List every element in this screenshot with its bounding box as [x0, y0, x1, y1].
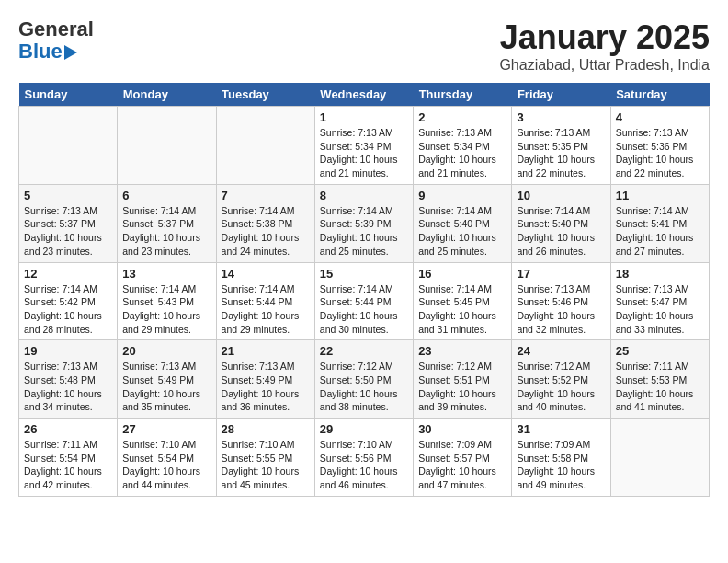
- day-number: 24: [517, 344, 605, 358]
- calendar-cell: 1Sunrise: 7:13 AM Sunset: 5:34 PM Daylig…: [314, 107, 413, 185]
- day-number: 4: [616, 110, 704, 124]
- day-number: 23: [418, 344, 506, 358]
- day-info: Sunrise: 7:12 AM Sunset: 5:51 PM Dayligh…: [418, 360, 506, 414]
- calendar-cell: 2Sunrise: 7:13 AM Sunset: 5:34 PM Daylig…: [414, 107, 512, 185]
- day-number: 27: [122, 422, 210, 436]
- calendar-cell: 5Sunrise: 7:13 AM Sunset: 5:37 PM Daylig…: [19, 184, 118, 262]
- day-number: 16: [418, 267, 506, 281]
- day-number: 28: [222, 422, 310, 436]
- calendar-cell: 7Sunrise: 7:14 AM Sunset: 5:38 PM Daylig…: [216, 184, 314, 262]
- logo: General Blue: [18, 18, 94, 63]
- day-info: Sunrise: 7:10 AM Sunset: 5:56 PM Dayligh…: [320, 438, 408, 492]
- calendar-cell: 23Sunrise: 7:12 AM Sunset: 5:51 PM Dayli…: [414, 340, 512, 419]
- day-number: 10: [517, 189, 605, 202]
- calendar-cell: 8Sunrise: 7:14 AM Sunset: 5:39 PM Daylig…: [314, 184, 413, 262]
- day-info: Sunrise: 7:13 AM Sunset: 5:35 PM Dayligh…: [517, 126, 605, 180]
- day-info: Sunrise: 7:11 AM Sunset: 5:53 PM Dayligh…: [616, 360, 704, 414]
- calendar-cell: 3Sunrise: 7:13 AM Sunset: 5:35 PM Daylig…: [512, 107, 610, 185]
- calendar-cell: 22Sunrise: 7:12 AM Sunset: 5:50 PM Dayli…: [314, 340, 413, 419]
- calendar-cell: 25Sunrise: 7:11 AM Sunset: 5:53 PM Dayli…: [610, 340, 709, 419]
- weekday-header-sunday: Sunday: [19, 83, 118, 107]
- day-info: Sunrise: 7:13 AM Sunset: 5:37 PM Dayligh…: [24, 204, 112, 259]
- calendar-cell: 14Sunrise: 7:14 AM Sunset: 5:44 PM Dayli…: [216, 262, 314, 340]
- calendar-week-row: 19Sunrise: 7:13 AM Sunset: 5:48 PM Dayli…: [19, 340, 710, 419]
- calendar-cell: 4Sunrise: 7:13 AM Sunset: 5:36 PM Daylig…: [610, 107, 709, 185]
- day-number: 17: [517, 267, 605, 281]
- calendar-cell: 6Sunrise: 7:14 AM Sunset: 5:37 PM Daylig…: [118, 184, 216, 262]
- day-info: Sunrise: 7:14 AM Sunset: 5:42 PM Dayligh…: [24, 282, 112, 337]
- day-info: Sunrise: 7:13 AM Sunset: 5:49 PM Dayligh…: [222, 360, 310, 414]
- day-number: 11: [616, 189, 704, 202]
- calendar-cell: 24Sunrise: 7:12 AM Sunset: 5:52 PM Dayli…: [512, 340, 610, 419]
- day-number: 19: [24, 344, 112, 358]
- calendar-cell: 16Sunrise: 7:14 AM Sunset: 5:45 PM Dayli…: [414, 262, 512, 340]
- day-number: 14: [222, 267, 310, 281]
- day-info: Sunrise: 7:09 AM Sunset: 5:58 PM Dayligh…: [517, 438, 605, 492]
- day-info: Sunrise: 7:11 AM Sunset: 5:54 PM Dayligh…: [24, 438, 112, 492]
- day-info: Sunrise: 7:14 AM Sunset: 5:40 PM Dayligh…: [418, 204, 506, 259]
- weekday-header-friday: Friday: [512, 83, 610, 107]
- weekday-header-saturday: Saturday: [610, 83, 709, 107]
- day-info: Sunrise: 7:14 AM Sunset: 5:44 PM Dayligh…: [222, 282, 310, 337]
- day-number: 31: [517, 422, 605, 436]
- calendar-cell: 30Sunrise: 7:09 AM Sunset: 5:57 PM Dayli…: [414, 419, 512, 497]
- day-info: Sunrise: 7:13 AM Sunset: 5:49 PM Dayligh…: [122, 360, 210, 414]
- day-info: Sunrise: 7:13 AM Sunset: 5:36 PM Dayligh…: [616, 126, 704, 180]
- day-info: Sunrise: 7:10 AM Sunset: 5:54 PM Dayligh…: [122, 438, 210, 492]
- calendar-cell: [118, 107, 216, 185]
- calendar-cell: [19, 107, 118, 185]
- calendar-table: SundayMondayTuesdayWednesdayThursdayFrid…: [18, 83, 710, 497]
- day-number: 12: [24, 267, 112, 281]
- day-number: 7: [222, 189, 310, 202]
- calendar-cell: 29Sunrise: 7:10 AM Sunset: 5:56 PM Dayli…: [314, 419, 413, 497]
- calendar-cell: 19Sunrise: 7:13 AM Sunset: 5:48 PM Dayli…: [19, 340, 118, 419]
- logo-arrow-icon: [64, 45, 77, 60]
- page-header: General Blue January 2025 Ghaziabad, Utt…: [18, 18, 710, 74]
- calendar-cell: 27Sunrise: 7:10 AM Sunset: 5:54 PM Dayli…: [118, 419, 216, 497]
- day-info: Sunrise: 7:14 AM Sunset: 5:45 PM Dayligh…: [418, 282, 506, 337]
- day-info: Sunrise: 7:13 AM Sunset: 5:46 PM Dayligh…: [517, 282, 605, 337]
- weekday-header-tuesday: Tuesday: [216, 83, 314, 107]
- day-info: Sunrise: 7:14 AM Sunset: 5:40 PM Dayligh…: [517, 204, 605, 259]
- day-number: 3: [517, 110, 605, 124]
- day-info: Sunrise: 7:12 AM Sunset: 5:52 PM Dayligh…: [517, 360, 605, 414]
- day-info: Sunrise: 7:14 AM Sunset: 5:43 PM Dayligh…: [122, 282, 210, 337]
- calendar-cell: 10Sunrise: 7:14 AM Sunset: 5:40 PM Dayli…: [512, 184, 610, 262]
- calendar-cell: 17Sunrise: 7:13 AM Sunset: 5:46 PM Dayli…: [512, 262, 610, 340]
- logo-blue: Blue: [18, 40, 63, 63]
- calendar-cell: 26Sunrise: 7:11 AM Sunset: 5:54 PM Dayli…: [19, 419, 118, 497]
- calendar-cell: 12Sunrise: 7:14 AM Sunset: 5:42 PM Dayli…: [19, 262, 118, 340]
- day-info: Sunrise: 7:14 AM Sunset: 5:41 PM Dayligh…: [616, 204, 704, 259]
- day-number: 25: [616, 344, 704, 358]
- weekday-header-monday: Monday: [118, 83, 216, 107]
- day-number: 18: [616, 267, 704, 281]
- calendar-week-row: 12Sunrise: 7:14 AM Sunset: 5:42 PM Dayli…: [19, 262, 710, 340]
- day-info: Sunrise: 7:09 AM Sunset: 5:57 PM Dayligh…: [418, 438, 506, 492]
- day-number: 9: [418, 189, 506, 202]
- calendar-cell: 13Sunrise: 7:14 AM Sunset: 5:43 PM Dayli…: [118, 262, 216, 340]
- calendar-cell: [216, 107, 314, 185]
- location: Ghaziabad, Uttar Pradesh, India: [499, 57, 710, 74]
- day-info: Sunrise: 7:13 AM Sunset: 5:34 PM Dayligh…: [418, 126, 506, 180]
- day-number: 26: [24, 422, 112, 436]
- calendar-cell: 11Sunrise: 7:14 AM Sunset: 5:41 PM Dayli…: [610, 184, 709, 262]
- day-number: 2: [418, 110, 506, 124]
- day-number: 29: [320, 422, 408, 436]
- day-number: 13: [122, 267, 210, 281]
- calendar-cell: [610, 419, 709, 497]
- day-number: 30: [418, 422, 506, 436]
- day-number: 5: [24, 189, 112, 202]
- calendar-header-row: SundayMondayTuesdayWednesdayThursdayFrid…: [19, 83, 710, 107]
- day-number: 1: [320, 110, 408, 124]
- logo-text: General Blue: [18, 18, 94, 63]
- logo-general: General: [18, 17, 94, 40]
- day-info: Sunrise: 7:13 AM Sunset: 5:48 PM Dayligh…: [24, 360, 112, 414]
- day-number: 8: [320, 189, 408, 202]
- calendar-cell: 9Sunrise: 7:14 AM Sunset: 5:40 PM Daylig…: [414, 184, 512, 262]
- month-title: January 2025: [499, 18, 710, 57]
- day-info: Sunrise: 7:14 AM Sunset: 5:37 PM Dayligh…: [122, 204, 210, 259]
- day-number: 20: [122, 344, 210, 358]
- day-info: Sunrise: 7:13 AM Sunset: 5:34 PM Dayligh…: [320, 126, 408, 180]
- weekday-header-thursday: Thursday: [414, 83, 512, 107]
- calendar-cell: 18Sunrise: 7:13 AM Sunset: 5:47 PM Dayli…: [610, 262, 709, 340]
